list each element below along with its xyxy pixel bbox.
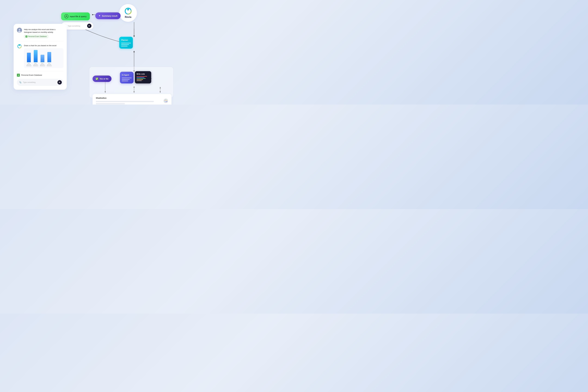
code-line-4 <box>136 79 143 80</box>
file-badge-icon: ■ <box>26 36 27 38</box>
planner-line-2 <box>121 44 129 45</box>
chart-bar-label-2: Auto-generateDashboard <box>33 63 38 66</box>
chat-message-user: Help me analyze this excel and draw a hi… <box>17 28 64 38</box>
file-badge-user: ■ Personal Exam Database <box>24 35 48 38</box>
clip-icon: 📎 <box>19 81 22 84</box>
ci-line-2 <box>122 79 130 80</box>
svg-point-18 <box>166 102 166 102</box>
svg-point-17 <box>166 101 167 102</box>
top-input-placeholder[interactable]: Type something <box>68 25 86 27</box>
chat-divider <box>17 41 64 41</box>
svg-point-24 <box>19 45 20 46</box>
top-send-button[interactable] <box>87 24 92 28</box>
input-file-button[interactable]: input file & query <box>61 12 90 20</box>
svg-point-12 <box>66 16 67 16</box>
chart-bar-group-4: Auto-generateDashboard <box>46 52 52 66</box>
chat-input[interactable]: 📎 Type something <box>17 79 64 86</box>
ci-line-3 <box>122 80 128 81</box>
shadowbox-line-2 <box>96 103 125 104</box>
planner-line-1 <box>121 43 131 44</box>
chart-bar-label-3: Auto-generateDashboard <box>40 63 45 66</box>
bot-avatar <box>17 44 22 49</box>
input-file-label: input file & query <box>70 15 86 18</box>
svg-point-19 <box>165 101 165 102</box>
write-code-title: Write code <box>136 73 150 75</box>
sparkle-icon: ✦ <box>98 14 100 17</box>
shadowbox-line-1 <box>96 101 154 102</box>
code-line-2 <box>136 77 144 78</box>
chart-bar-group-2: Auto-generateDashboard <box>33 50 38 66</box>
palette-icon <box>163 98 168 104</box>
code-line-1 <box>136 76 147 77</box>
chat-message-bot: Draw a chart for you based on the excel … <box>17 44 64 68</box>
chart-container: Auto-generateDashboard Auto-generateDash… <box>24 48 64 68</box>
revia-name: Revia <box>125 16 131 18</box>
chart-bar-label-4: Auto-generateDashboard <box>46 63 52 66</box>
shadowbox-title: Shadowbox <box>96 97 168 99</box>
planner-node: Planner <box>119 37 133 48</box>
user-avatar <box>17 28 22 33</box>
code-line-5 <box>136 80 142 81</box>
user-message-text: Help me analyze this excel and draw a hi… <box>24 28 64 34</box>
revia-ring-icon <box>124 7 132 15</box>
write-code-node: Write code <box>135 71 151 84</box>
svg-point-21 <box>19 29 20 30</box>
svg-point-15 <box>166 100 166 100</box>
chart-bar-3 <box>40 55 44 62</box>
svg-point-13 <box>164 99 168 103</box>
chart-bar-group-3: Auto-generateDashboard <box>40 55 45 66</box>
svg-point-14 <box>165 100 165 101</box>
summary-label: Summary result <box>102 15 117 17</box>
chart-bar-label-1: Auto-generateDashboard <box>26 63 32 66</box>
planner-title: Planner <box>121 39 128 41</box>
db-row: ■ Personal Exam Database <box>17 74 64 77</box>
summary-result-button[interactable]: ✦ Summary result <box>95 12 120 19</box>
bot-message-text: Draw a chart for you based on the excel <box>24 44 64 47</box>
ci-line-1 <box>122 78 132 78</box>
chat-panel: Help me analyze this excel and draw a hi… <box>14 24 67 90</box>
chart-bars: Auto-generateDashboard Auto-generateDash… <box>26 53 61 66</box>
chart-bar-group-1: Auto-generateDashboard <box>26 53 32 66</box>
svg-point-11 <box>127 8 129 10</box>
planner-line-3 <box>121 46 128 46</box>
shadowbox: Shadowbox <box>92 94 172 104</box>
file-badge-label: Personal Exam Database <box>28 36 47 38</box>
db-icon: ■ <box>17 74 20 77</box>
chat-divider-2 <box>17 71 64 71</box>
chart-bar-1 <box>27 53 31 62</box>
yes-no-label: Yes or No <box>100 78 108 80</box>
chart-bar-2 <box>34 50 38 62</box>
svg-point-16 <box>166 100 167 101</box>
yes-no-button[interactable]: ✅ Yes or No <box>92 76 112 82</box>
db-name: Personal Exam Database <box>21 74 42 76</box>
user-circle-icon <box>64 14 68 18</box>
chart-bar-4 <box>47 52 51 62</box>
revia-logo: Revia <box>119 4 137 22</box>
chat-input-placeholder[interactable]: Type something <box>23 81 56 83</box>
send-button[interactable] <box>58 80 62 84</box>
ci-agent-node: Ci Agent <box>120 72 134 84</box>
checklist-icon: ✅ <box>96 78 98 80</box>
code-line-3 <box>136 78 146 79</box>
ci-agent-title: Ci Agent <box>122 74 129 76</box>
